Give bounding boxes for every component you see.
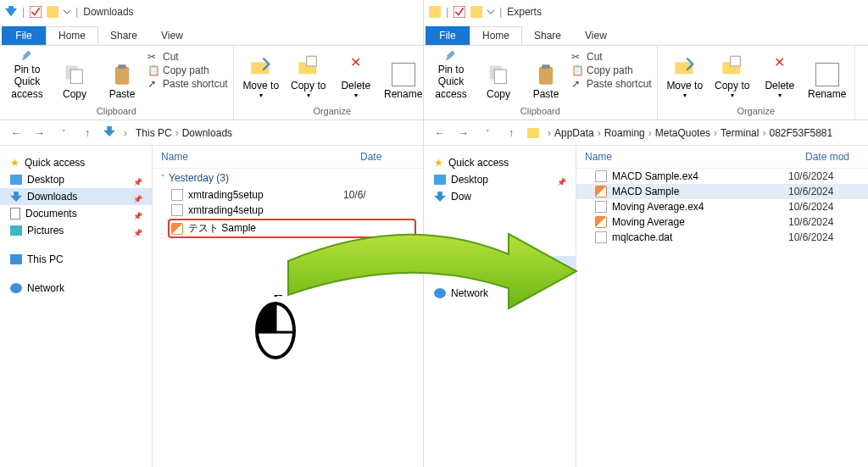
svg-rect-3	[115, 66, 129, 84]
breadcrumb-seg[interactable]: 082F53F5881	[769, 127, 832, 139]
delete-icon: ✕	[344, 54, 368, 78]
forward-button[interactable]: →	[32, 125, 47, 141]
recent-button[interactable]: ˅	[56, 125, 71, 141]
paste-button[interactable]: Paste	[524, 47, 568, 102]
label: Pin to Quick access	[429, 64, 473, 100]
ribbon-group-organize: Move to▾ Copy to▾ ✕Delete▾ Rename Organi…	[658, 46, 855, 120]
network-icon	[10, 283, 22, 293]
folder-icon	[470, 6, 482, 18]
col-date[interactable]: Date mod	[797, 146, 868, 168]
label: Paste	[109, 88, 136, 100]
label: Copy to	[291, 80, 326, 92]
file-row[interactable]: Moving Average.ex4 10/6/2024	[576, 199, 868, 214]
col-name[interactable]: Name	[576, 146, 797, 168]
breadcrumb-seg[interactable]: Downloads	[182, 127, 232, 139]
up-button[interactable]: ↑	[504, 125, 519, 141]
pin-to-quick-access-button[interactable]: Pin to Quick access	[429, 47, 473, 102]
tab-view[interactable]: View	[573, 26, 619, 45]
recent-button[interactable]: ˅	[480, 125, 495, 141]
svg-rect-15	[730, 56, 740, 66]
paste-icon	[110, 63, 134, 86]
group-label: Clipboard	[5, 106, 228, 118]
breadcrumb-seg[interactable]: Roaming	[604, 127, 645, 139]
nav-downloads[interactable]: Downloads	[0, 188, 152, 205]
nav-network[interactable]: Network	[424, 285, 576, 302]
file-date: 10/6/2024	[788, 201, 860, 213]
tab-share[interactable]: Share	[98, 26, 149, 45]
delete-button[interactable]: ✕Delete▾	[758, 47, 802, 102]
check-icon	[30, 6, 42, 18]
label: Dow	[451, 191, 471, 203]
paste-shortcut-button[interactable]: ↗Paste shortcut	[147, 78, 228, 90]
breadcrumb-seg[interactable]: MetaQuotes	[655, 127, 710, 139]
nav-documents[interactable]: Documents	[0, 205, 152, 222]
back-button[interactable]: ←	[432, 125, 448, 141]
svg-rect-11	[539, 66, 553, 84]
copyto-icon	[721, 54, 744, 78]
tab-view[interactable]: View	[149, 26, 195, 45]
breadcrumb-seg[interactable]: This PC	[136, 127, 172, 139]
tab-file[interactable]: File	[426, 26, 470, 45]
group-header[interactable]: ˅Yesterday (3)	[153, 169, 423, 187]
move-to-button[interactable]: Move to▾	[239, 47, 283, 102]
breadcrumb-seg[interactable]: AppData	[554, 127, 594, 139]
tab-home[interactable]: Home	[470, 26, 522, 45]
file-row-highlighted[interactable]: テスト Sample	[168, 219, 416, 238]
file-row[interactable]: xmtrading5setup 10/6/	[153, 187, 423, 203]
group-label	[860, 106, 868, 118]
tab-file[interactable]: File	[2, 26, 46, 45]
nav-downloads[interactable]: Dow	[424, 188, 576, 205]
nav-desktop[interactable]: Desktop	[424, 171, 576, 188]
nav-pictures[interactable]: Pictures	[0, 222, 152, 239]
pin-icon	[133, 226, 142, 235]
up-button[interactable]: ↑	[80, 125, 95, 141]
forward-button[interactable]: →	[456, 125, 471, 141]
file-row[interactable]: xmtrading4setup	[153, 203, 423, 218]
column-headers: Name Date mod	[576, 146, 868, 169]
col-date[interactable]: Date	[352, 146, 423, 168]
paste-shortcut-button[interactable]: ↗Paste shortcut	[571, 78, 652, 90]
copy-to-button[interactable]: Copy to▾	[710, 47, 754, 102]
delete-button[interactable]: ✕Delete▾	[334, 47, 378, 102]
file-date: 10/6/2024	[788, 170, 860, 182]
copy-to-button[interactable]: Copy to▾	[287, 47, 331, 102]
tab-home[interactable]: Home	[46, 26, 98, 45]
nav-quick-access[interactable]: Quick access	[0, 154, 152, 171]
shortcut-icon: ↗	[147, 78, 159, 90]
back-button[interactable]: ←	[8, 125, 24, 141]
cut-button[interactable]: ✂Cut	[571, 51, 652, 63]
nav-network[interactable]: Network	[0, 280, 152, 297]
nav-quick-access[interactable]: Quick access	[424, 154, 576, 171]
copy-path-button[interactable]: 📋Copy path	[147, 64, 228, 76]
folder-icon	[527, 128, 539, 138]
copy-path-button[interactable]: 📋Copy path	[571, 64, 652, 76]
tab-share[interactable]: Share	[522, 26, 573, 45]
label: Desktop	[451, 174, 488, 186]
delete-icon: ✕	[768, 54, 792, 78]
label: Network	[27, 282, 64, 294]
nav-thispc[interactable]: Thi	[424, 256, 576, 273]
nav-thispc[interactable]: This PC	[0, 251, 152, 268]
cut-button[interactable]: ✂Cut	[147, 51, 228, 63]
new-folder-button[interactable]: New folder	[860, 47, 868, 102]
label: Cut	[587, 51, 603, 63]
label: Paste shortcut	[587, 78, 652, 90]
pin-to-quick-access-button[interactable]: Pin to Quick access	[5, 47, 49, 102]
file-row[interactable]: mqlcache.dat 10/6/2024	[576, 230, 868, 245]
move-to-button[interactable]: Move to▾	[663, 47, 707, 102]
file-row[interactable]: MACD Sample.ex4 10/6/2024	[576, 169, 868, 184]
copy-button[interactable]: Copy	[53, 47, 97, 102]
rename-button[interactable]: Rename	[805, 47, 849, 102]
downloads-icon	[10, 192, 22, 202]
rename-button[interactable]: Rename	[381, 47, 426, 102]
pin-icon	[133, 175, 142, 184]
label: New folder	[860, 75, 868, 100]
copy-button[interactable]: Copy	[476, 47, 520, 102]
file-row[interactable]: Moving Average 10/6/2024	[576, 214, 868, 230]
separator: |	[22, 6, 25, 18]
paste-button[interactable]: Paste	[100, 47, 144, 102]
col-name[interactable]: Name	[153, 146, 352, 168]
breadcrumb-seg[interactable]: Terminal	[721, 127, 759, 139]
file-row-selected[interactable]: MACD Sample 10/6/2024	[576, 184, 868, 199]
nav-desktop[interactable]: Desktop	[0, 171, 152, 188]
